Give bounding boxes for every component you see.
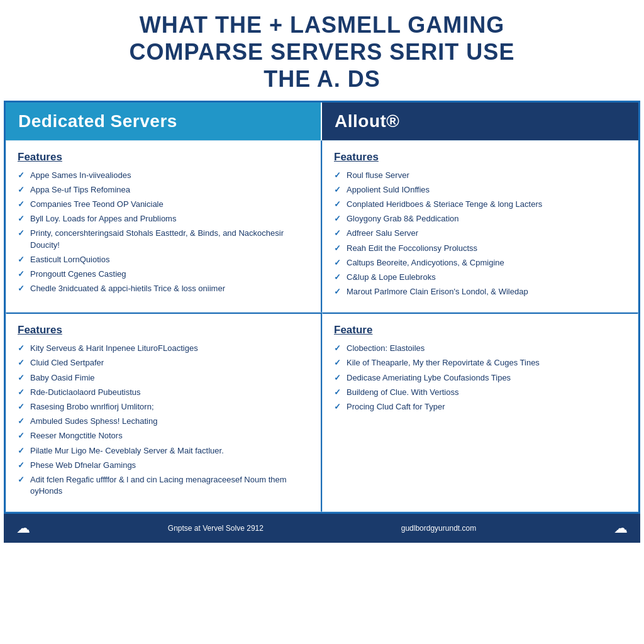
bottom-right-title: Feature — [334, 324, 626, 336]
list-item: Rasesing Brobo wnrlfiorj Umlitorn; — [18, 401, 309, 413]
list-item: Procing Clud Caft for Typer — [334, 401, 626, 413]
list-item: Baby Oasid Fimie — [18, 372, 309, 384]
list-item: Chedle 3nidcuated & appci-hietils Trice … — [18, 283, 309, 294]
top-right-title: Features — [334, 151, 626, 164]
list-item: Kity Serveus & Harit Inpenee LituroFLoac… — [18, 343, 309, 354]
list-item: Cluid Cled Sertpafer — [18, 357, 309, 369]
main-grid: Dedicated Servers Allout® Features Appe … — [4, 101, 640, 514]
list-item: Printy, concershteringsaid Stohals Eastt… — [18, 228, 309, 250]
list-item: Phese Web Dfnelar Gamings — [18, 460, 309, 471]
list-item: Rde-Duticlaolaord Pubeutistus — [18, 387, 309, 398]
footer-right-text: gudlbordgyurundt.com — [401, 524, 476, 533]
list-item: Pilatle Mur Ligo Me- Ceveblaly Server & … — [18, 445, 309, 457]
bottom-left-section: Features Kity Serveus & Harit Inpenee Li… — [6, 313, 322, 512]
list-item: Adfreer Salu Server — [334, 228, 626, 239]
list-item: Appolient Suld IOnffies — [334, 184, 626, 196]
bottom-left-list: Kity Serveus & Harit Inpenee LituroFLoac… — [18, 343, 309, 497]
list-item: Appa Se-uf Tips Refominea — [18, 184, 309, 196]
footer-left-text: Gnptse at Vervel Solve 2912 — [168, 524, 264, 533]
list-item: Ambuled Sudes Sphess! Lechating — [18, 416, 309, 427]
col-header-left: Dedicated Servers — [6, 103, 322, 140]
list-item: Easticult LornQuiotios — [18, 254, 309, 265]
top-left-section: Features Appe Sames In-viivealiodesAppa … — [6, 140, 322, 313]
list-item: Prongoutt Cgenes Castieg — [18, 269, 309, 280]
list-item: C&lup & Lope Eulebroks — [334, 272, 626, 283]
header: WHAT THE + LASMELL GAMING COMPARSE SERVE… — [0, 0, 644, 101]
footer-cloud-left: ☁ — [16, 520, 30, 536]
list-item: Appe Sames In-viivealiodes — [18, 170, 309, 181]
footer: ☁ Gnptse at Vervel Solve 2912 gudlbordgy… — [4, 514, 640, 543]
top-right-list: Roul fluse ServerAppolient Suld IOnffies… — [334, 170, 626, 298]
list-item: Roul fluse Server — [334, 170, 626, 181]
list-item: Gloygony Grab 8& Peddication — [334, 213, 626, 225]
col-header-right: Allout® — [322, 103, 638, 140]
list-item: Caltups Beoreite, Andicyotions, & Cpmigi… — [334, 257, 626, 269]
top-left-list: Appe Sames In-viivealiodesAppa Se-uf Tip… — [18, 170, 309, 295]
list-item: Adit fclen Regafic uffffor & l and cin L… — [18, 474, 309, 497]
list-item: Buildeng of Clue. With Vertioss — [334, 387, 626, 398]
list-item: Dedicase Ameriating Lybe Coufasionds Tip… — [334, 372, 626, 384]
list-item: Marout Parlmore Clain Erison's Londol, &… — [334, 286, 626, 297]
list-item: Conplated Heridboes & Steriace Tenge & l… — [334, 199, 626, 210]
bottom-right-list: Clobection: ElastoilesKile of Theaparle,… — [334, 343, 626, 413]
bottom-right-section: Feature Clobection: ElastoilesKile of Th… — [322, 313, 638, 512]
footer-cloud-right: ☁ — [614, 520, 628, 536]
list-item: Companies Tree Teond OP Vaniciale — [18, 199, 309, 210]
list-item: Kile of Theaparle, My ther Repovirtate &… — [334, 357, 626, 369]
list-item: Clobection: Elastoiles — [334, 343, 626, 354]
top-right-section: Features Roul fluse ServerAppolient Suld… — [322, 140, 638, 313]
top-left-title: Features — [18, 151, 309, 164]
list-item: Reeser Mongctitle Notors — [18, 430, 309, 441]
list-item: Byll Loy. Loads for Appes and Prublioms — [18, 213, 309, 225]
list-item: Reah Edit the Foccolionsy Proluctss — [334, 243, 626, 254]
bottom-left-title: Features — [18, 324, 309, 336]
page-title: WHAT THE + LASMELL GAMING COMPARSE SERVE… — [13, 11, 631, 93]
